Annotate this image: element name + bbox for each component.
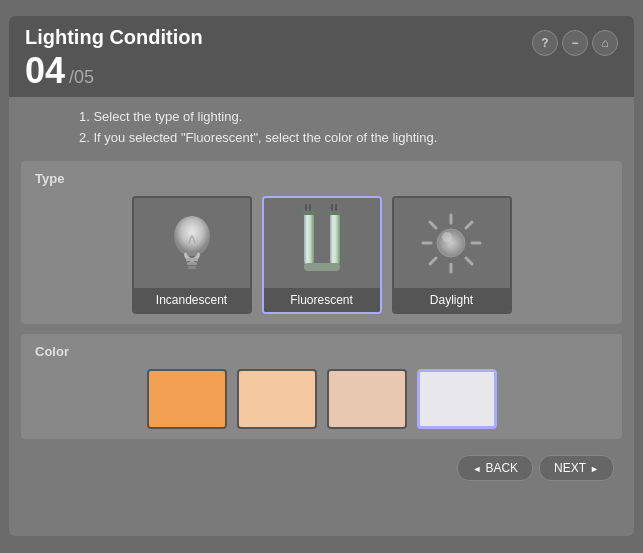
next-arrow [590, 461, 599, 475]
svg-point-22 [442, 232, 452, 242]
header: Lighting Condition 04 /05 ? − ⌂ [9, 16, 634, 97]
svg-rect-6 [304, 263, 340, 271]
svg-line-17 [430, 222, 436, 228]
color-section: Color [21, 334, 622, 439]
svg-rect-5 [330, 211, 340, 266]
type-card-incandescent[interactable]: Incandescent [132, 196, 252, 314]
svg-rect-2 [187, 262, 197, 265]
svg-line-20 [430, 258, 436, 264]
color-warm-peach[interactable] [237, 369, 317, 429]
back-arrow [472, 461, 481, 475]
next-button[interactable]: NEXT [539, 455, 614, 481]
fluorescent-label: Fluorescent [264, 288, 380, 312]
svg-rect-12 [335, 204, 337, 211]
footer: BACK NEXT [9, 449, 634, 487]
svg-rect-1 [186, 258, 198, 261]
svg-line-19 [466, 222, 472, 228]
color-warm-orange[interactable] [147, 369, 227, 429]
next-label: NEXT [554, 461, 586, 475]
instruction-2: 2. If you selected "Fluorescent", select… [79, 130, 614, 145]
type-section: Type [21, 161, 622, 324]
minimize-button[interactable]: − [562, 30, 588, 56]
svg-rect-11 [331, 204, 333, 211]
step-current: 04 [25, 53, 65, 89]
svg-rect-10 [309, 204, 311, 211]
sun-icon [419, 211, 484, 276]
daylight-label: Daylight [394, 288, 510, 312]
color-options [35, 369, 608, 429]
type-card-daylight[interactable]: Daylight [392, 196, 512, 314]
type-card-fluorescent[interactable]: Fluorescent [262, 196, 382, 314]
type-section-label: Type [35, 171, 608, 186]
back-label: BACK [485, 461, 518, 475]
instruction-1: 1. Select the type of lighting. [79, 109, 614, 124]
svg-rect-3 [188, 266, 196, 269]
header-controls: ? − ⌂ [532, 30, 618, 56]
page-title: Lighting Condition [25, 26, 203, 49]
fluorescent-icon [292, 203, 352, 283]
color-section-label: Color [35, 344, 608, 359]
home-button[interactable]: ⌂ [592, 30, 618, 56]
back-button[interactable]: BACK [457, 455, 533, 481]
instructions: 1. Select the type of lighting. 2. If yo… [9, 97, 634, 161]
svg-line-18 [466, 258, 472, 264]
type-options: Incandescent [35, 196, 608, 314]
step-total: /05 [69, 67, 94, 88]
main-window: Lighting Condition 04 /05 ? − ⌂ 1. Selec… [9, 16, 634, 536]
help-button[interactable]: ? [532, 30, 558, 56]
incandescent-label: Incandescent [134, 288, 250, 312]
svg-point-21 [437, 229, 465, 257]
color-cool-white[interactable] [417, 369, 497, 429]
svg-rect-9 [305, 204, 307, 211]
svg-rect-4 [304, 211, 314, 266]
color-neutral-peach[interactable] [327, 369, 407, 429]
bulb-icon [162, 208, 222, 278]
